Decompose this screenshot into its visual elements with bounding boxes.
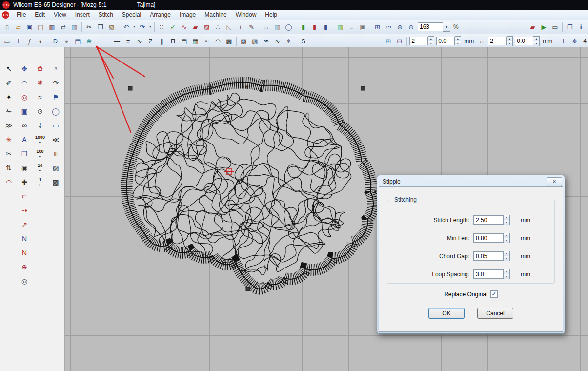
applique-window-tool[interactable]: ▣ bbox=[17, 104, 32, 118]
star-fill-icon[interactable]: ✳ bbox=[283, 36, 294, 47]
fancy-fill-icon[interactable]: ▩ bbox=[223, 36, 235, 47]
grid-major-y-spin-up-icon[interactable]: ▲ bbox=[507, 36, 513, 41]
menu-item-machine[interactable]: Machine bbox=[200, 10, 231, 19]
motif-fill-icon[interactable]: ≈ bbox=[201, 36, 212, 47]
target-point-tool[interactable]: ◎ bbox=[17, 90, 32, 104]
run-speed-tool[interactable]: ≪ bbox=[48, 132, 63, 146]
undo-icon[interactable]: ↶ bbox=[121, 21, 132, 33]
menu-item-stitch[interactable]: Stitch bbox=[94, 10, 118, 19]
menu-item-image[interactable]: Image bbox=[175, 10, 200, 19]
zoom-out-icon[interactable]: ⊖ bbox=[406, 21, 417, 33]
grid-size-x-spin-down-icon[interactable]: ▼ bbox=[455, 41, 461, 46]
satin-fill-icon[interactable]: ∥ bbox=[156, 36, 167, 47]
zoom-input[interactable] bbox=[418, 22, 443, 31]
menu-item-arrange[interactable]: Arrange bbox=[145, 10, 175, 19]
fill-stitch-icon[interactable]: ▨ bbox=[201, 21, 212, 33]
needle-point-icon[interactable]: ⊥ bbox=[13, 36, 24, 47]
applique-icon[interactable]: ◺ bbox=[223, 21, 235, 33]
cancel-button[interactable]: Cancel bbox=[477, 308, 513, 319]
trapunto-3d-icon[interactable]: 3D bbox=[261, 36, 272, 47]
curve-run-tool[interactable]: ↷ bbox=[48, 76, 63, 90]
film-red-icon[interactable]: ▮ bbox=[309, 21, 320, 33]
film-green-icon[interactable]: ▮ bbox=[298, 21, 309, 33]
stamp-pattern-tool[interactable]: ▩ bbox=[48, 175, 63, 189]
loop-spacing-input[interactable] bbox=[473, 269, 504, 279]
flag-tool[interactable]: ⚑ bbox=[48, 90, 63, 104]
save-icon[interactable]: ▣ bbox=[24, 21, 35, 33]
offset-fill-icon[interactable]: ▧ bbox=[249, 36, 261, 47]
orbit-tool[interactable]: ◎ bbox=[17, 274, 32, 288]
stitch-player-icon[interactable]: ▶ bbox=[538, 21, 549, 33]
measure-height-tool[interactable]: ⇅ bbox=[1, 161, 17, 175]
tatami-fill-icon[interactable]: ▤ bbox=[179, 36, 190, 47]
wand-select-tool[interactable]: ✦ bbox=[1, 90, 17, 104]
select-tool[interactable]: ↖ bbox=[1, 62, 17, 76]
help-info-icon[interactable]: ℹ bbox=[575, 21, 587, 33]
move-design-icon[interactable]: ✥ bbox=[569, 36, 580, 47]
freehand-select-tool[interactable]: ✐ bbox=[1, 76, 17, 90]
grid-major-y-spin-down-icon[interactable]: ▼ bbox=[507, 41, 513, 46]
wave-effect-icon[interactable]: ∿ bbox=[272, 36, 283, 47]
flower-fill-tool[interactable]: ✿ bbox=[32, 62, 48, 76]
rectangle-tool[interactable]: ▭ bbox=[48, 118, 63, 132]
dialog-close-button[interactable]: ✕ bbox=[547, 177, 562, 186]
undo-dropdown-caret-icon[interactable]: ▾ bbox=[132, 22, 137, 32]
hoop-icon[interactable]: ◯ bbox=[283, 21, 294, 33]
digitize-icon[interactable]: ✎ bbox=[246, 21, 257, 33]
stitch-length-spin-down-icon[interactable]: ▼ bbox=[504, 220, 510, 225]
travel-10-tool[interactable]: 10↔ bbox=[32, 161, 48, 175]
flower-stamp-icon[interactable]: ❀ bbox=[83, 36, 95, 47]
film-blue-icon[interactable]: ▮ bbox=[320, 21, 331, 33]
lettering-tool[interactable]: A bbox=[17, 132, 32, 146]
mm-span-tool[interactable]: ≈ bbox=[32, 90, 48, 104]
chord-gap-spin-down-icon[interactable]: ▼ bbox=[504, 256, 510, 261]
motif-stitch-icon[interactable]: ∴ bbox=[212, 21, 223, 33]
single-run-icon[interactable]: — bbox=[111, 36, 122, 47]
show-functions-icon[interactable]: ƒ bbox=[24, 36, 35, 47]
needle-insert-tool[interactable]: ⇣ bbox=[32, 118, 48, 132]
parallel-hatch-tool[interactable]: ≫ bbox=[1, 118, 17, 132]
zoom-in-icon[interactable]: ⊕ bbox=[394, 21, 406, 33]
design-properties-icon[interactable]: ▭ bbox=[549, 21, 561, 33]
redo-dropdown-caret-icon[interactable]: ▾ bbox=[148, 22, 153, 32]
entry-exit-tool[interactable]: ⊕ bbox=[17, 260, 32, 274]
grid-settings-icon[interactable]: ▦ bbox=[272, 21, 283, 33]
zigzag-line-tool[interactable]: N bbox=[17, 231, 32, 246]
menu-item-file[interactable]: File bbox=[12, 10, 30, 19]
e-stitch-icon[interactable]: Π bbox=[167, 36, 179, 47]
loop-spacing-spin-down-icon[interactable]: ▼ bbox=[504, 274, 510, 279]
travel-100-tool[interactable]: 100↔ bbox=[32, 146, 48, 161]
zigzag-stitch-icon[interactable]: Z bbox=[145, 36, 156, 47]
branch-tool[interactable]: ❃ bbox=[32, 76, 48, 90]
stipple-run-icon[interactable]: ▤ bbox=[72, 36, 83, 47]
design-check-icon[interactable]: ✓ bbox=[167, 21, 179, 33]
eyelet-tool[interactable]: ∞ bbox=[17, 118, 32, 132]
hoop-layout-tool[interactable]: ◉ bbox=[17, 161, 32, 175]
mdi-child-icon[interactable]: ES bbox=[2, 11, 9, 19]
dashed-run-tool[interactable]: ⇢ bbox=[17, 203, 32, 217]
grid-size-y-input[interactable] bbox=[515, 37, 533, 45]
pattern-run-icon[interactable]: ∷ bbox=[156, 21, 167, 33]
grid-major-y-input[interactable] bbox=[488, 37, 507, 45]
run-stitch-icon[interactable]: ∿ bbox=[179, 21, 190, 33]
ring-segment-tool[interactable]: ⊂ bbox=[17, 189, 32, 203]
menu-item-view[interactable]: View bbox=[49, 10, 71, 19]
grid-major-x-spin-down-icon[interactable]: ▼ bbox=[428, 41, 434, 46]
grid-major-x-input[interactable] bbox=[409, 37, 428, 45]
replace-original-checkbox[interactable]: ✓ bbox=[490, 290, 498, 298]
grid-size-y-spin-up-icon[interactable]: ▲ bbox=[533, 36, 540, 41]
stitch-list-icon[interactable]: ≡ bbox=[346, 21, 357, 33]
print-icon[interactable]: ▤ bbox=[35, 21, 46, 33]
menu-item-window[interactable]: Window bbox=[231, 10, 261, 19]
write-to-machine-icon[interactable]: ▦ bbox=[69, 21, 80, 33]
menu-item-special[interactable]: Special bbox=[118, 10, 145, 19]
zoom-dropdown-caret-icon[interactable]: ▼ bbox=[443, 22, 450, 32]
menu-item-edit[interactable]: Edit bbox=[30, 10, 49, 19]
stipple-dialog-titlebar[interactable]: Stipple ✕ bbox=[379, 177, 563, 186]
show-bitmap-icon[interactable]: ▭ bbox=[1, 36, 13, 47]
knife-tool[interactable]: ✁ bbox=[1, 104, 17, 118]
zoom-1to1-icon[interactable]: 1:1 bbox=[383, 21, 394, 33]
grid-size-x-input[interactable] bbox=[436, 37, 455, 45]
magic-wand-icon[interactable]: ● bbox=[61, 36, 72, 47]
open-icon[interactable]: ▱ bbox=[13, 21, 24, 33]
